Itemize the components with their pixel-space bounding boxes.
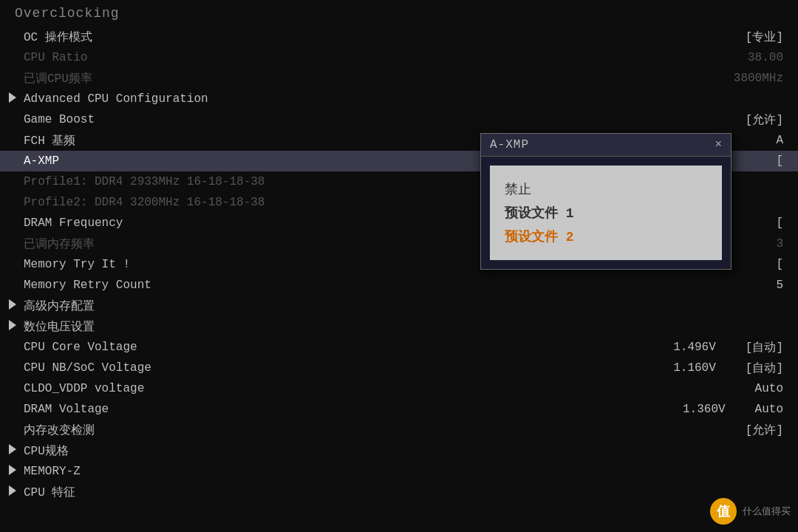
cpu-nb-v-value1: 1.160V (673, 361, 731, 375)
arrow-placeholder (0, 134, 21, 146)
cpu-freq-value: 3800MHz (734, 72, 798, 85)
arrow-placeholder (0, 52, 21, 64)
cldo-v-value: Auto (755, 382, 798, 395)
menu-item-oc-mode[interactable]: OC 操作模式 [专业] (0, 27, 798, 47)
menu-item-memory-retry[interactable]: Memory Retry Count 5 (0, 275, 798, 296)
memory-retry-label: Memory Retry Count (21, 279, 776, 292)
memory-z-label: MEMORY-Z (21, 465, 798, 478)
arrow-placeholder (0, 31, 21, 43)
menu-item-cpu-ratio: CPU Ratio 38.00 (0, 47, 798, 68)
arrow-placeholder (0, 155, 21, 167)
watermark: 值 什么值得买 (710, 498, 791, 525)
bios-screen: Overclocking OC 操作模式 [专业] CPU Ratio 38.0… (0, 0, 798, 532)
memory-try-value: [ (776, 258, 798, 271)
popup-content: 禁止 预设文件 1 预设文件 2 (490, 166, 722, 260)
arrow-placeholder (0, 72, 21, 84)
menu-item-memory-z[interactable]: MEMORY-Z (0, 461, 798, 482)
menu-item-advanced-mem[interactable]: 高级内存配置 (0, 296, 798, 316)
cldo-v-label: CLDO_VDDP voltage (21, 382, 755, 395)
cpu-nb-v-value2: [自动] (746, 361, 798, 376)
dram-v-label: DRAM Voltage (21, 403, 683, 416)
game-boost-value: [允许] (746, 112, 798, 128)
menu-item-cpu-nb-v[interactable]: CPU NB/SoC Voltage 1.160V [自动] (0, 358, 798, 378)
arrow-placeholder (0, 114, 21, 126)
cpu-feature-label: CPU 特征 (21, 485, 798, 500)
arrow-icon-advanced-mem (0, 299, 21, 313)
menu-item-cldo-v[interactable]: CLDO_VDDP voltage Auto (0, 378, 798, 399)
cpu-freq-label: 已调CPU频率 (21, 71, 734, 86)
mem-freq-value: 3 (776, 237, 798, 250)
popup-option-profile2[interactable]: 预设文件 2 (505, 225, 707, 248)
cpu-core-v-value1: 1.496V (673, 341, 731, 354)
arrow-placeholder (0, 341, 21, 353)
arrow-icon-memory-z (0, 465, 21, 478)
menu-item-voltage-set[interactable]: 数位电压设置 (0, 316, 798, 337)
popup-option-disable[interactable]: 禁止 (505, 177, 707, 201)
page-title: Overclocking (0, 0, 798, 27)
cpu-core-v-value2: [自动] (746, 340, 798, 355)
menu-item-mem-detect[interactable]: 内存改变检测 [允许] (0, 420, 798, 440)
advanced-cpu-label: Advanced CPU Configuration (21, 92, 783, 106)
advanced-mem-label: 高级内存配置 (21, 299, 783, 314)
arrow-icon-voltage (0, 320, 21, 333)
arrow-icon-cpu-spec (0, 444, 21, 457)
arrow-placeholder (0, 403, 21, 415)
dram-v-value2: Auto (755, 403, 798, 416)
a-xmp-value: [ (776, 154, 798, 168)
arrow-placeholder (0, 238, 21, 250)
arrow-placeholder (0, 197, 21, 208)
arrow-icon-advanced-cpu (0, 92, 21, 106)
menu-item-cpu-spec[interactable]: CPU规格 (0, 440, 798, 461)
arrow-placeholder (0, 424, 21, 436)
oc-mode-value: [专业] (746, 30, 798, 45)
menu-item-dram-v[interactable]: DRAM Voltage 1.360V Auto (0, 399, 798, 420)
mem-detect-label: 内存改变检测 (21, 423, 746, 438)
arrow-placeholder (0, 259, 21, 270)
cpu-ratio-label: CPU Ratio (21, 51, 748, 64)
watermark-logo: 值 (710, 498, 737, 525)
dram-v-value1: 1.360V (683, 403, 740, 416)
watermark-text: 什么值得买 (743, 505, 791, 518)
arrow-placeholder (0, 217, 21, 229)
a-xmp-popup: A-XMP × 禁止 预设文件 1 预设文件 2 (480, 133, 732, 270)
cpu-spec-label: CPU规格 (21, 443, 798, 459)
menu-item-advanced-cpu[interactable]: Advanced CPU Configuration (0, 89, 798, 109)
voltage-set-label: 数位电压设置 (21, 319, 783, 335)
cpu-ratio-value: 38.00 (748, 51, 798, 64)
menu-item-cpu-core-v[interactable]: CPU Core Voltage 1.496V [自动] (0, 337, 798, 358)
dram-freq-value: [ (776, 216, 798, 230)
memory-retry-value: 5 (776, 279, 798, 292)
arrow-placeholder (0, 279, 21, 291)
menu-item-cpu-freq: 已调CPU频率 3800MHz (0, 68, 798, 89)
mem-detect-value: [允许] (746, 423, 798, 438)
cpu-core-v-label: CPU Core Voltage (21, 341, 673, 354)
menu-item-cpu-feature[interactable]: CPU 特征 (0, 482, 798, 502)
arrow-placeholder (0, 383, 21, 395)
cpu-nb-v-label: CPU NB/SoC Voltage (21, 361, 673, 375)
arrow-placeholder (0, 362, 21, 374)
arrow-placeholder (0, 176, 21, 188)
oc-mode-label: OC 操作模式 (21, 30, 746, 45)
arrow-icon-cpu-feature (0, 485, 21, 499)
game-boost-label: Game Boost (21, 113, 746, 126)
popup-close-button[interactable]: × (715, 138, 722, 151)
popup-title: A-XMP (490, 138, 529, 151)
menu-item-game-boost[interactable]: Game Boost [允许] (0, 109, 798, 130)
popup-titlebar: A-XMP × (481, 134, 731, 157)
fch-value: A (776, 134, 798, 147)
popup-option-profile1[interactable]: 预设文件 1 (505, 201, 707, 225)
